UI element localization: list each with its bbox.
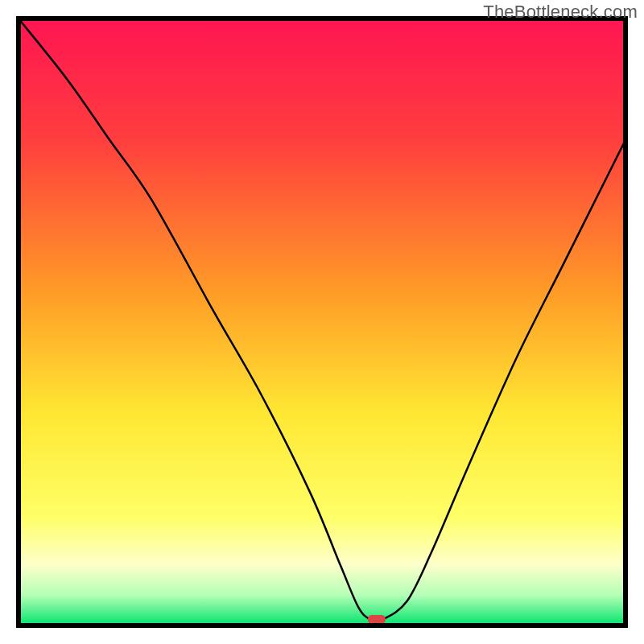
chart-container: TheBottleneck.com [0, 0, 644, 644]
watermark-text: TheBottleneck.com [483, 2, 638, 23]
minimum-marker [368, 615, 386, 624]
bottleneck-chart [0, 0, 644, 644]
